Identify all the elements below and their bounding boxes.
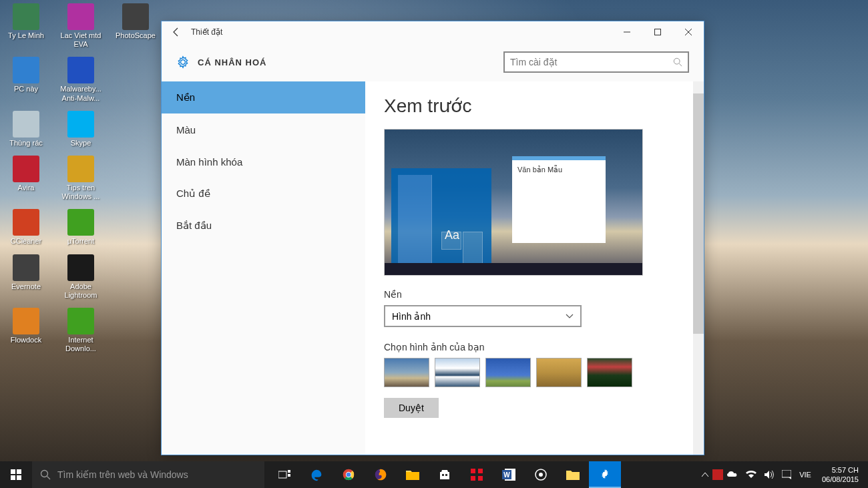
desktop-icon[interactable]: µTorrent bbox=[58, 209, 103, 246]
tray-wifi-icon[interactable] bbox=[742, 471, 761, 479]
tray-onedrive-icon[interactable] bbox=[723, 471, 742, 478]
settings-taskbar-icon[interactable] bbox=[589, 461, 621, 488]
icon-label: Thùng rác bbox=[9, 139, 43, 148]
svg-point-2 bbox=[674, 58, 680, 64]
maximize-button[interactable] bbox=[642, 21, 673, 43]
taskview-button[interactable] bbox=[268, 461, 300, 488]
desktop-icon[interactable]: CCleaner bbox=[3, 209, 49, 246]
svg-line-3 bbox=[679, 63, 682, 66]
chrome-browser-icon bbox=[342, 468, 355, 481]
icon-label: Skype bbox=[71, 139, 91, 148]
tray-app-icon[interactable] bbox=[712, 469, 723, 480]
firefox-icon[interactable] bbox=[365, 461, 397, 488]
desktop-icon[interactable]: Tips tren Windows ... bbox=[58, 156, 103, 201]
app-icon bbox=[13, 57, 39, 83]
svg-rect-6 bbox=[11, 475, 15, 480]
svg-rect-10 bbox=[278, 471, 286, 478]
app-icon-1[interactable] bbox=[461, 461, 493, 488]
header-row: CÁ NHÂN HOÁ bbox=[162, 43, 704, 81]
desktop-icon[interactable]: Thùng rác bbox=[3, 111, 49, 148]
svg-rect-11 bbox=[288, 470, 290, 473]
tray-notifications-icon[interactable] bbox=[778, 470, 795, 479]
app-icon bbox=[122, 3, 149, 30]
store-app-icon bbox=[439, 469, 451, 481]
search-icon bbox=[40, 469, 51, 480]
svg-rect-21 bbox=[471, 469, 475, 473]
icon-label: Tips tren Windows ... bbox=[58, 184, 103, 201]
sidebar-item-nền[interactable]: Nền bbox=[162, 81, 365, 113]
grid-app-icon bbox=[471, 469, 483, 481]
edge-browser-icon bbox=[309, 467, 324, 482]
app-icon bbox=[67, 57, 94, 83]
system-tray: VIE 5:57 CH 06/08/2015 bbox=[698, 461, 868, 488]
svg-rect-12 bbox=[288, 474, 290, 477]
icon-label: Lac Viet mtd EVA bbox=[58, 31, 103, 49]
dropdown-value: Hình ảnh bbox=[392, 311, 431, 322]
desktop-icon[interactable]: Ty Le Minh bbox=[3, 3, 49, 49]
desktop-icons-grid: Ty Le MinhLac Viet mtd EVAPhotoScapePC n… bbox=[3, 3, 158, 353]
store-icon[interactable] bbox=[429, 461, 461, 488]
desktop-icon[interactable]: Evernote bbox=[3, 254, 49, 300]
sidebar-item-màu[interactable]: Màu bbox=[162, 113, 365, 146]
desktop-icon[interactable]: Adobe Lightroom bbox=[58, 254, 103, 300]
preview-heading: Xem trước bbox=[384, 95, 685, 117]
settings-window: Thiết đặt CÁ NHÂN HOÁ NềnMàuMàn hình khó… bbox=[161, 21, 704, 455]
icon-label: Avira bbox=[18, 184, 35, 192]
settings-search[interactable] bbox=[503, 51, 689, 73]
tray-volume-icon[interactable] bbox=[761, 470, 778, 479]
scrollbar[interactable] bbox=[693, 81, 704, 455]
back-button[interactable] bbox=[162, 21, 191, 43]
sidebar-item-chủ-đề[interactable]: Chủ đề bbox=[162, 178, 365, 210]
explorer-icon[interactable] bbox=[397, 461, 429, 488]
desktop-icon[interactable]: Flowdock bbox=[3, 308, 49, 353]
desktop-icon[interactable]: Skype bbox=[58, 111, 103, 148]
clock-date: 06/08/2015 bbox=[822, 475, 859, 484]
chrome-icon[interactable] bbox=[333, 461, 365, 488]
svg-rect-24 bbox=[478, 476, 483, 481]
tray-chevron-icon[interactable] bbox=[698, 473, 712, 477]
icon-label: CCleaner bbox=[11, 237, 41, 246]
folder-yellow-icon bbox=[566, 469, 580, 480]
taskbar-search[interactable]: Tìm kiếm trên web và Windows bbox=[32, 461, 264, 488]
browse-button[interactable]: Duyệt bbox=[384, 398, 439, 418]
app-icon-3[interactable] bbox=[557, 461, 589, 488]
desktop-icon[interactable]: Avira bbox=[3, 156, 49, 201]
thumbnail-1[interactable] bbox=[384, 358, 429, 387]
thumbnail-5[interactable] bbox=[587, 358, 632, 387]
thumbnail-3[interactable] bbox=[485, 358, 531, 387]
svg-rect-5 bbox=[17, 469, 21, 474]
app-icon bbox=[13, 209, 39, 236]
main-panel: Xem trước Aa Văn bản Mẫu Nền Hình ảnh bbox=[365, 81, 704, 455]
edge-icon[interactable] bbox=[300, 461, 333, 488]
app-icon bbox=[13, 156, 39, 182]
desktop-icon[interactable]: PhotoScape bbox=[113, 3, 158, 49]
sidebar-item-màn-hình-khóa[interactable]: Màn hình khóa bbox=[162, 146, 365, 178]
app-icon-2[interactable] bbox=[525, 461, 557, 488]
desktop-icon[interactable]: Lac Viet mtd EVA bbox=[58, 3, 103, 49]
app-icon bbox=[67, 209, 94, 236]
header-title: CÁ NHÂN HOÁ bbox=[198, 57, 266, 67]
svg-rect-7 bbox=[17, 475, 21, 480]
folder-icon bbox=[406, 469, 419, 480]
thumbnail-4[interactable] bbox=[536, 358, 582, 387]
icon-label: Ty Le Minh bbox=[8, 31, 44, 40]
minimize-button[interactable] bbox=[612, 21, 642, 43]
tray-language[interactable]: VIE bbox=[795, 471, 815, 479]
circle-app-icon bbox=[535, 469, 547, 481]
preview-box: Aa Văn bản Mẫu bbox=[384, 129, 643, 276]
scrollbar-thumb[interactable] bbox=[693, 93, 704, 334]
icon-label: Flowdock bbox=[11, 336, 41, 344]
settings-search-input[interactable] bbox=[510, 57, 673, 67]
desktop-icon[interactable]: Malwareby... Anti-Malw... bbox=[58, 57, 103, 102]
word-icon[interactable]: W bbox=[493, 461, 525, 488]
taskbar-clock[interactable]: 5:57 CH 06/08/2015 bbox=[815, 465, 865, 485]
background-dropdown[interactable]: Hình ảnh bbox=[384, 305, 582, 327]
start-button[interactable] bbox=[0, 461, 32, 488]
desktop-icon[interactable]: Internet Downlo... bbox=[58, 308, 103, 353]
thumbnail-2[interactable] bbox=[435, 358, 480, 387]
close-button[interactable] bbox=[673, 21, 704, 43]
app-icon bbox=[13, 308, 39, 334]
svg-rect-19 bbox=[442, 474, 444, 476]
desktop-icon[interactable]: PC này bbox=[3, 57, 49, 102]
sidebar-item-bắt-đầu[interactable]: Bắt đầu bbox=[162, 210, 365, 242]
